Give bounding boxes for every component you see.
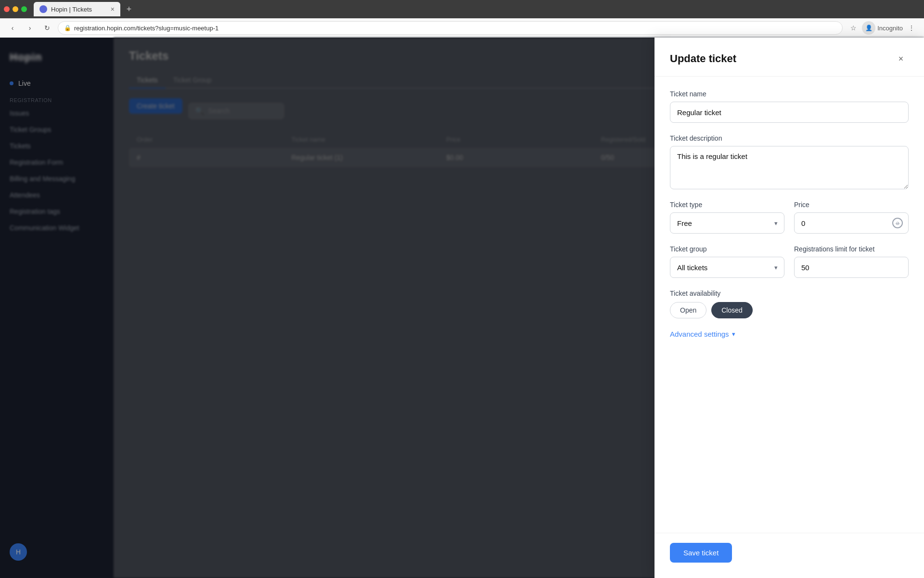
address-bar[interactable]: 🔒 registration.hopin.com/tickets?slug=mu… (58, 21, 843, 35)
ticket-group-label: Ticket group (670, 245, 784, 253)
user-icon[interactable]: 👤 (862, 21, 875, 35)
ticket-group-select-wrapper: All tickets ▾ (670, 257, 784, 278)
availability-group: Ticket availability Open Closed (670, 289, 909, 318)
refresh-button[interactable]: ↻ (40, 21, 54, 35)
price-input[interactable] (794, 212, 909, 234)
ticket-type-label: Ticket type (670, 201, 784, 209)
app-container: Hopin Live Registration Issues Ticket Gr… (0, 38, 924, 578)
save-ticket-button[interactable]: Save ticket (670, 543, 732, 563)
more-button[interactable]: ⋮ (905, 21, 918, 35)
update-panel: Update ticket × Ticket name Ticket descr… (654, 38, 924, 578)
panel-title: Update ticket (670, 53, 736, 65)
availability-label: Ticket availability (670, 289, 909, 297)
availability-options: Open Closed (670, 302, 909, 318)
url-text: registration.hopin.com/tickets?slug=musi… (74, 25, 218, 32)
ticket-desc-textarea[interactable]: This is a regular ticket (670, 146, 909, 189)
ticket-name-input[interactable] (670, 102, 909, 123)
reg-limit-input[interactable] (794, 257, 909, 278)
ticket-desc-label: Ticket description (670, 134, 909, 142)
ticket-group-group: Ticket group All tickets ▾ (670, 245, 784, 278)
group-limit-row: Ticket group All tickets ▾ Registrations… (670, 245, 909, 278)
price-label: Price (794, 201, 909, 209)
advanced-chevron-icon: ▾ (732, 330, 735, 338)
ticket-group-select[interactable]: All tickets (670, 257, 784, 278)
advanced-settings-button[interactable]: Advanced settings ▾ (670, 330, 909, 338)
minimize-dot[interactable] (13, 6, 18, 12)
availability-open-button[interactable]: Open (670, 302, 706, 318)
nav-actions: ☆ 👤 Incognito ⋮ (847, 21, 918, 35)
availability-closed-button[interactable]: Closed (711, 302, 753, 318)
browser-chrome: Hopin | Tickets × + ‹ › ↻ 🔒 registration… (0, 0, 924, 38)
type-price-row: Ticket type Free Paid Donation ▾ Price (670, 201, 909, 234)
tab-label: Hopin | Tickets (51, 6, 92, 13)
panel-close-button[interactable]: × (893, 51, 909, 66)
browser-dots (4, 6, 27, 12)
active-tab[interactable]: Hopin | Tickets × (34, 2, 120, 16)
forward-button[interactable]: › (23, 21, 37, 35)
ticket-name-label: Ticket name (670, 90, 909, 98)
incognito-label: Incognito (877, 25, 903, 32)
panel-header: Update ticket × (654, 38, 924, 77)
reg-limit-label: Registrations limit for ticket (794, 245, 909, 253)
back-button[interactable]: ‹ (6, 21, 19, 35)
ticket-type-select-wrapper: Free Paid Donation ▾ (670, 212, 784, 234)
panel-footer: Save ticket (654, 533, 924, 578)
modal-overlay: Update ticket × Ticket name Ticket descr… (0, 38, 924, 578)
nav-bar: ‹ › ↻ 🔒 registration.hopin.com/tickets?s… (0, 18, 924, 38)
lock-icon: 🔒 (64, 25, 71, 31)
price-group: Price ⊘ (794, 201, 909, 234)
ticket-type-select[interactable]: Free Paid Donation (670, 212, 784, 234)
close-dot[interactable] (4, 6, 10, 12)
ticket-type-group: Ticket type Free Paid Donation ▾ (670, 201, 784, 234)
reg-limit-group: Registrations limit for ticket (794, 245, 909, 278)
bookmark-button[interactable]: ☆ (847, 21, 860, 35)
tab-close-button[interactable]: × (111, 5, 115, 13)
ticket-name-group: Ticket name (670, 90, 909, 123)
tab-bar: Hopin | Tickets × + (0, 0, 924, 18)
ticket-desc-group: Ticket description This is a regular tic… (670, 134, 909, 189)
tab-favicon (39, 5, 47, 13)
new-tab-button[interactable]: + (122, 2, 136, 16)
panel-body: Ticket name Ticket description This is a… (654, 77, 924, 533)
price-input-wrapper: ⊘ (794, 212, 909, 234)
maximize-dot[interactable] (21, 6, 27, 12)
advanced-settings-label: Advanced settings (670, 330, 729, 338)
